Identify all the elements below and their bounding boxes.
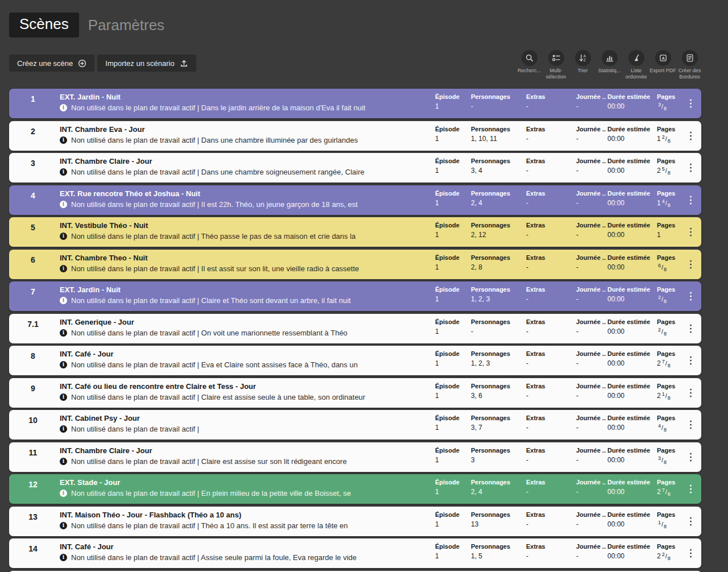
episode-cell: Épisode 1 (435, 383, 469, 400)
scene-row[interactable]: 6 INT. Chambre Theo - Nuit i Non utilisé… (9, 250, 701, 279)
toolbar-export-pdf[interactable]: A Export PDF (650, 50, 676, 74)
personnages-cell: Personnages 13 (471, 511, 524, 528)
extras-header: Extras (526, 222, 574, 229)
extras-header: Extras (526, 254, 574, 261)
import-scenario-button[interactable]: Importez un scénario (97, 55, 196, 72)
scene-title: INT. Vestibule Théo - Nuit (60, 221, 428, 230)
row-menu-button[interactable] (687, 161, 694, 175)
pages-cell: Pages 25/8 (657, 157, 688, 175)
scene-row[interactable]: 3 INT. Chambre Claire - Jour i Non utili… (9, 153, 701, 183)
duree-value: 00:00 (607, 456, 655, 464)
scene-row[interactable]: 7.1 INT. Generique - Jour i Non utilisé … (9, 314, 701, 343)
pages-header: Pages (657, 286, 688, 293)
personnages-header: Personnages (471, 286, 524, 293)
journee-cell: Journée ... - (576, 157, 606, 175)
info-icon: i (60, 136, 67, 144)
scene-row[interactable]: 11 INT. Chambre Claire - Jour i Non util… (9, 442, 701, 472)
pages-value: 12/8 (657, 135, 688, 143)
tab-scenes[interactable]: Scènes (9, 13, 79, 38)
personnages-header: Personnages (471, 543, 524, 550)
pages-header: Pages (657, 254, 688, 261)
episode-value: 1 (435, 392, 469, 400)
personnages-value: 2, 4 (471, 488, 524, 496)
toolbar-multi-select[interactable]: Multi-sélection (543, 50, 569, 80)
journee-cell: Journée ... - (576, 447, 606, 464)
scene-row[interactable]: 4 EXT. Rue rencotre Théo et Joshua - Nui… (9, 185, 701, 215)
extras-value: - (526, 456, 574, 464)
row-menu-button[interactable] (687, 514, 694, 528)
scene-row[interactable]: 12 EXT. Stade - Jour i Non utilisé dans … (9, 474, 701, 504)
scene-row[interactable]: 9 INT. Café ou lieu de rencontre entre C… (9, 378, 701, 408)
extras-value: - (526, 392, 574, 400)
toolbar-statistics[interactable]: Statistiq... (596, 50, 623, 74)
scene-row[interactable]: 7 EXT. Jardin - Nuit i Non utilisé dans … (9, 281, 701, 311)
scene-number: 6 (9, 255, 57, 264)
row-menu-button[interactable] (687, 129, 694, 143)
episode-cell: Épisode 1 (435, 157, 469, 175)
row-menu-button[interactable] (687, 482, 694, 496)
extras-value: - (526, 328, 574, 335)
scene-status-text: Non utilisé dans le plan de travail acti… (71, 200, 358, 209)
scene-number: 2 (9, 127, 57, 136)
episode-cell: Épisode 1 (435, 254, 469, 271)
actions-bar: Créez une scène Importez un scénario (9, 55, 196, 72)
row-menu-button[interactable] (687, 546, 694, 561)
extras-header: Extras (526, 350, 574, 357)
toolbar-ordered-list[interactable]: Liste ordonnée (623, 50, 650, 80)
scene-description: i Non utilisé dans le plan de travail ac… (60, 103, 428, 112)
info-icon: i (60, 361, 67, 368)
scene-row[interactable]: 8 INT. Café - Jour i Non utilisé dans le… (9, 346, 701, 375)
journee-cell: Journée ... - (576, 286, 606, 303)
scene-number: 12 (9, 480, 57, 489)
row-menu-button[interactable] (687, 225, 694, 239)
duree-cell: Durée estimée 00:00 (607, 479, 655, 496)
personnages-cell: Personnages 1, 2, 3 (471, 350, 524, 367)
info-icon: i (60, 265, 67, 272)
info-icon: i (60, 554, 67, 561)
toolbar-sort[interactable]: AZ Trier (569, 50, 596, 74)
row-menu-button[interactable] (687, 97, 694, 111)
row-menu-button[interactable] (687, 193, 694, 207)
personnages-header: Personnages (471, 350, 524, 357)
info-icon: i (60, 297, 67, 304)
pages-cell: Pages 22/8 (657, 543, 688, 560)
journee-value: - (576, 424, 606, 432)
personnages-value: 3, 6 (471, 392, 524, 400)
duree-value: 00:00 (607, 328, 655, 335)
duree-cell: Durée estimée 00:00 (607, 383, 655, 400)
scene-row[interactable]: 13 INT. Maison Théo - Jour - Flashback (… (9, 507, 701, 536)
row-menu-button[interactable] (687, 321, 694, 335)
episode-header: Épisode (435, 157, 469, 164)
row-menu-button[interactable] (687, 386, 694, 400)
pages-value: 27/8 (657, 359, 688, 367)
scene-row[interactable]: 1 EXT. Jardin - Nuit i Non utilisé dans … (9, 89, 701, 118)
create-scene-button[interactable]: Créez une scène (9, 55, 94, 72)
info-icon: i (60, 201, 67, 208)
row-menu-button[interactable] (687, 289, 694, 304)
duree-value: 00:00 (607, 552, 655, 560)
scene-status-text: Non utilisé dans le plan de travail acti… (71, 553, 357, 562)
row-menu-button[interactable] (687, 450, 694, 464)
episode-cell: Épisode 1 (435, 415, 469, 432)
tab-parametres[interactable]: Paramètres (88, 16, 164, 34)
journee-header: Journée ... (576, 126, 606, 132)
row-menu-button[interactable] (687, 257, 694, 271)
toolbar-search[interactable]: Recherc... (516, 50, 543, 74)
duree-cell: Durée estimée 00:00 (607, 157, 655, 175)
duree-value: 00:00 (607, 167, 655, 175)
episode-header: Épisode (435, 415, 469, 421)
pages-value: 3/8 (657, 102, 688, 110)
toolbar-create-borders[interactable]: Créer des Bordures (676, 50, 703, 80)
scene-status-text: Non utilisé dans le plan de travail acti… (71, 296, 351, 305)
scene-row[interactable]: 2 INT. Chambre Eva - Jour i Non utilisé … (9, 121, 701, 151)
scene-row[interactable]: 5 INT. Vestibule Théo - Nuit i Non utili… (9, 217, 701, 247)
row-menu-button[interactable] (687, 354, 694, 368)
journee-header: Journée ... (576, 93, 606, 100)
scene-row[interactable]: 14 INT. Café - Jour i Non utilisé dans l… (9, 538, 701, 568)
row-menu-button[interactable] (687, 418, 694, 432)
plus-circle-icon (78, 59, 86, 68)
pages-header: Pages (657, 447, 688, 454)
scene-row[interactable]: 10 INT. Cabinet Psy - Jour i Non utilisé… (9, 410, 701, 440)
duree-value: 00:00 (607, 488, 655, 496)
journee-header: Journée ... (576, 157, 606, 164)
